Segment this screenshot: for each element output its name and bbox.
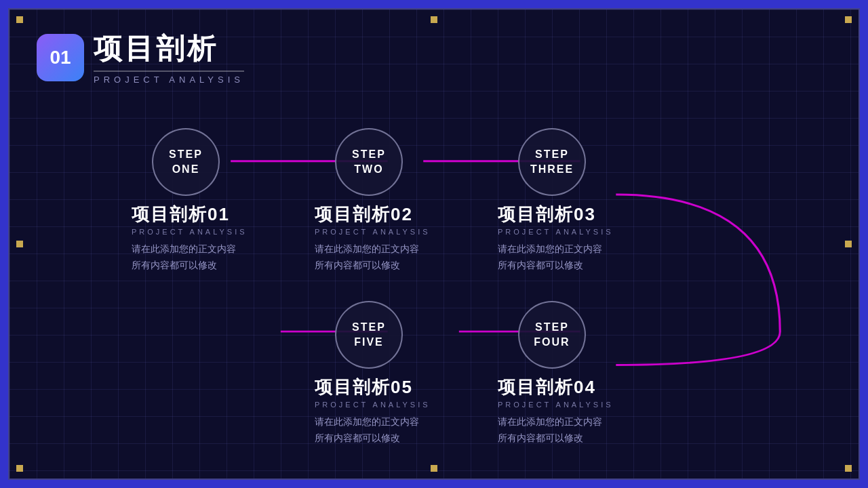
corner-tr: [845, 16, 852, 23]
step-four-text: 项目剖析04 PROJECT ANALYSIS 请在此添加您的正文内容所有内容都…: [498, 375, 614, 447]
step-five-zh-title: 项目剖析05: [315, 375, 431, 399]
step-one-text: 项目剖析01 PROJECT ANALYSIS 请在此添加您的正文内容所有内容都…: [132, 203, 248, 274]
corner-tm: [431, 16, 437, 23]
step-three-body: 请在此添加您的正文内容所有内容都可以修改: [498, 241, 614, 274]
step-two-text: 项目剖析02 PROJECT ANALYSIS 请在此添加您的正文内容所有内容都…: [315, 203, 431, 274]
corner-tl: [16, 16, 23, 23]
step-three-line2: THREE: [530, 162, 574, 177]
step-two-zh-title: 项目剖析02: [315, 203, 431, 226]
step-five-body: 请在此添加您的正文内容所有内容都可以修改: [315, 414, 431, 447]
step-five-circle: STEP FIVE: [335, 301, 403, 369]
step-five-text: 项目剖析05 PROJECT ANALYSIS 请在此添加您的正文内容所有内容都…: [315, 375, 431, 447]
step-two-line2: TWO: [354, 162, 383, 177]
step-one-zh-title: 项目剖析01: [132, 203, 248, 226]
step-three-zh-title: 项目剖析03: [498, 203, 614, 226]
sub-title: PROJECT ANALYSIS: [94, 75, 244, 85]
step-two-body: 请在此添加您的正文内容所有内容都可以修改: [315, 241, 431, 274]
step-four-line2: FOUR: [534, 335, 570, 350]
main-title: 项目剖析: [94, 30, 244, 72]
step-one-body: 请在此添加您的正文内容所有内容都可以修改: [132, 241, 248, 274]
step-four-zh-title: 项目剖析04: [498, 375, 614, 399]
content-area: STEP ONE STEP TWO STEP THREE STEP FOUR S…: [9, 104, 859, 479]
step-two-circle: STEP TWO: [335, 128, 403, 196]
step-three-circle: STEP THREE: [518, 128, 586, 196]
step-five-line2: FIVE: [354, 335, 384, 350]
step-four-body: 请在此添加您的正文内容所有内容都可以修改: [498, 414, 614, 447]
title-group: 项目剖析 PROJECT ANALYSIS: [94, 30, 244, 85]
header: 01 项目剖析 PROJECT ANALYSIS: [37, 30, 244, 85]
step-two-line1: STEP: [352, 147, 386, 162]
step-three-en-subtitle: PROJECT ANALYSIS: [498, 228, 614, 236]
main-frame: 01 项目剖析 PROJECT ANALYSIS STEP: [8, 8, 860, 480]
step-five-en-subtitle: PROJECT ANALYSIS: [315, 401, 431, 409]
step-one-en-subtitle: PROJECT ANALYSIS: [132, 228, 248, 236]
step-four-circle: STEP FOUR: [518, 301, 586, 369]
step-three-line1: STEP: [535, 147, 569, 162]
step-two-en-subtitle: PROJECT ANALYSIS: [315, 228, 431, 236]
path-svg: [9, 104, 859, 479]
step-three-text: 项目剖析03 PROJECT ANALYSIS 请在此添加您的正文内容所有内容都…: [498, 203, 614, 274]
logo-number: 01: [50, 47, 71, 68]
step-four-en-subtitle: PROJECT ANALYSIS: [498, 401, 614, 409]
step-one-line1: STEP: [169, 147, 203, 162]
step-four-line1: STEP: [535, 320, 569, 335]
step-five-line1: STEP: [352, 320, 386, 335]
step-one-circle: STEP ONE: [152, 128, 220, 196]
logo-box: 01: [37, 34, 84, 81]
step-one-line2: ONE: [172, 162, 200, 177]
